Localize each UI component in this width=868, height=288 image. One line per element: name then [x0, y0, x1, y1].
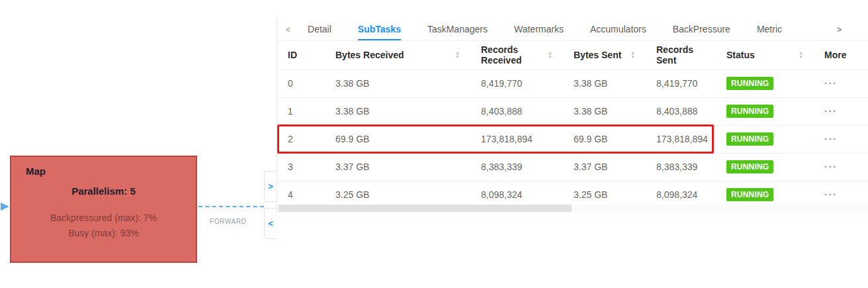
sort-icon[interactable]: ▲▼: [630, 51, 635, 59]
column-label: More: [824, 50, 846, 60]
cell-records_received: 8,419,770: [470, 70, 563, 97]
tab-subtasks[interactable]: SubTasks: [358, 19, 401, 40]
column-header-bytes_received[interactable]: Bytes Received▲▼: [325, 41, 470, 70]
sort-icon[interactable]: ▲▼: [455, 51, 460, 59]
more-actions-icon[interactable]: ···: [824, 106, 838, 117]
flink-job-graph-page: Map Parallelism: 5 Backpressured (max): …: [0, 0, 868, 288]
cell-records_sent: 8,419,770: [646, 70, 716, 97]
tab-metric[interactable]: Metric: [757, 19, 782, 40]
node-title: Map: [26, 166, 46, 177]
table-row-2: 269.9 GB173,818,89469.9 GB173,818,894RUN…: [277, 125, 868, 153]
more-actions-icon[interactable]: ···: [824, 134, 838, 144]
cell-records_sent: 8,403,888: [646, 97, 716, 125]
tabs-scroll-next-icon[interactable]: >: [837, 19, 842, 40]
cell-records_sent: 8,383,339: [646, 153, 716, 181]
cell-records_received: 8,403,888: [470, 97, 563, 125]
table-row-3: 33.37 GB8,383,3393.37 GB8,383,339RUNNING…: [277, 153, 868, 181]
cell-records_sent: 173,818,894: [646, 125, 716, 153]
cell-status: RUNNING: [716, 70, 814, 97]
cell-bytes_received: 3.37 GB: [325, 153, 470, 181]
sort-icon[interactable]: ▲▼: [548, 51, 552, 59]
tab-detail[interactable]: Detail: [308, 19, 331, 40]
horizontal-scrollbar[interactable]: [277, 204, 868, 213]
incoming-edge-arrow-icon: [1, 203, 9, 211]
column-label: Bytes Received: [335, 50, 404, 60]
cell-status: RUNNING: [716, 125, 814, 153]
cell-more: ···: [814, 153, 868, 181]
column-label: Records Received: [481, 44, 548, 66]
column-label: Status: [726, 50, 755, 60]
graph-node-map[interactable]: Map Parallelism: 5 Backpressured (max): …: [10, 156, 197, 263]
tab-accumulators[interactable]: Accumulators: [590, 19, 646, 40]
outgoing-edge-dashed-line: [198, 206, 264, 207]
horizontal-scrollbar-thumb[interactable]: [279, 205, 572, 212]
table-row-0: 03.38 GB8,419,7703.38 GB8,419,770RUNNING…: [277, 70, 868, 97]
column-header-bytes_sent[interactable]: Bytes Sent▲▼: [563, 41, 646, 70]
cell-bytes_received: 3.38 GB: [325, 97, 470, 125]
edge-label: FORWARD: [210, 218, 246, 225]
column-header-status[interactable]: Status▲▼: [716, 41, 814, 70]
table-body: 03.38 GB8,419,7703.38 GB8,419,770RUNNING…: [277, 70, 868, 209]
more-actions-icon[interactable]: ···: [824, 78, 838, 89]
column-header-records_sent: Records Sent: [646, 41, 716, 70]
cell-bytes_sent: 3.38 GB: [563, 97, 646, 125]
tab-taskmanagers[interactable]: TaskManagers: [427, 19, 488, 40]
status-badge: RUNNING: [726, 105, 773, 118]
cell-more: ···: [814, 70, 868, 97]
status-badge: RUNNING: [726, 132, 773, 146]
tabs-scroll-prev-icon[interactable]: <: [286, 25, 290, 34]
tab-backpressure[interactable]: BackPressure: [673, 19, 730, 40]
tab-list: DetailSubTasksTaskManagersWatermarksAccu…: [308, 19, 782, 40]
cell-bytes_sent: 69.9 GB: [563, 125, 646, 153]
cell-status: RUNNING: [716, 97, 814, 125]
cell-bytes_sent: 3.38 GB: [563, 70, 646, 97]
subtasks-table: IDBytes Received▲▼Records Received▲▼Byte…: [277, 41, 868, 209]
column-header-more: More: [814, 41, 868, 70]
column-label: Records Sent: [656, 44, 705, 66]
cell-records_received: 173,818,894: [470, 125, 563, 153]
more-actions-icon[interactable]: ···: [824, 162, 838, 172]
column-label: ID: [288, 50, 297, 60]
drawer-collapse-handle[interactable]: <: [264, 208, 277, 239]
cell-id: 3: [277, 153, 325, 181]
chevron-right-icon: >: [268, 181, 273, 191]
chevron-left-icon: <: [268, 218, 273, 228]
drawer-expand-handle[interactable]: >: [264, 171, 277, 202]
cell-more: ···: [814, 97, 868, 125]
column-header-records_received[interactable]: Records Received▲▼: [470, 41, 563, 70]
cell-bytes_received: 3.38 GB: [325, 70, 470, 97]
table-header-row: IDBytes Received▲▼Records Received▲▼Byte…: [277, 41, 868, 70]
column-label: Bytes Sent: [574, 50, 621, 60]
cell-id: 2: [277, 125, 325, 153]
cell-records_received: 8,383,339: [470, 153, 563, 181]
cell-status: RUNNING: [716, 153, 814, 181]
cell-id: 1: [277, 97, 325, 125]
tab-watermarks[interactable]: Watermarks: [514, 19, 564, 40]
table-row-1: 13.38 GB8,403,8883.38 GB8,403,888RUNNING…: [277, 97, 868, 125]
cell-more: ···: [814, 125, 868, 153]
cell-id: 0: [277, 70, 325, 97]
tab-bar: < DetailSubTasksTaskManagersWatermarksAc…: [277, 19, 868, 41]
detail-drawer: < DetailSubTasksTaskManagersWatermarksAc…: [277, 19, 868, 213]
more-actions-icon[interactable]: ···: [824, 189, 838, 200]
node-backpressured: Backpressured (max): 7%: [11, 213, 196, 223]
node-parallelism: Parallelism: 5: [11, 185, 196, 197]
status-badge: RUNNING: [726, 77, 773, 90]
node-busy: Busy (max): 93%: [11, 228, 196, 238]
cell-bytes_received: 69.9 GB: [325, 125, 470, 153]
column-header-id: ID: [277, 41, 325, 70]
sort-icon[interactable]: ▲▼: [799, 51, 803, 59]
status-badge: RUNNING: [726, 188, 773, 201]
status-badge: RUNNING: [726, 160, 773, 173]
cell-bytes_sent: 3.37 GB: [563, 153, 646, 181]
